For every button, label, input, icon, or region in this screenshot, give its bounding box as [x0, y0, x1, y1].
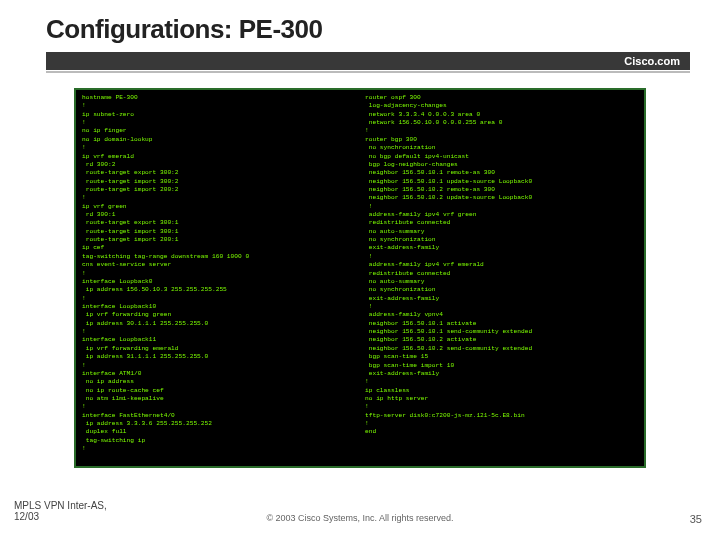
- page-number: 35: [690, 513, 702, 525]
- config-right-column: router ospf 300 log-adjacency-changes ne…: [365, 94, 638, 462]
- config-terminal: hostname PE-300 ! ip subnet-zero ! no ip…: [74, 88, 646, 468]
- config-left-column: hostname PE-300 ! ip subnet-zero ! no ip…: [82, 94, 355, 462]
- divider: [46, 71, 690, 73]
- brand-bar: Cisco.com: [46, 52, 690, 70]
- footer-copyright: © 2003 Cisco Systems, Inc. All rights re…: [0, 513, 720, 523]
- brand-label: Cisco.com: [624, 55, 680, 67]
- page-title: Configurations: PE-300: [46, 14, 322, 45]
- footer-left-line1: MPLS VPN Inter-AS,: [14, 500, 107, 511]
- slide: Configurations: PE-300 Cisco.com hostnam…: [0, 0, 720, 540]
- header-rule: Cisco.com: [46, 52, 690, 73]
